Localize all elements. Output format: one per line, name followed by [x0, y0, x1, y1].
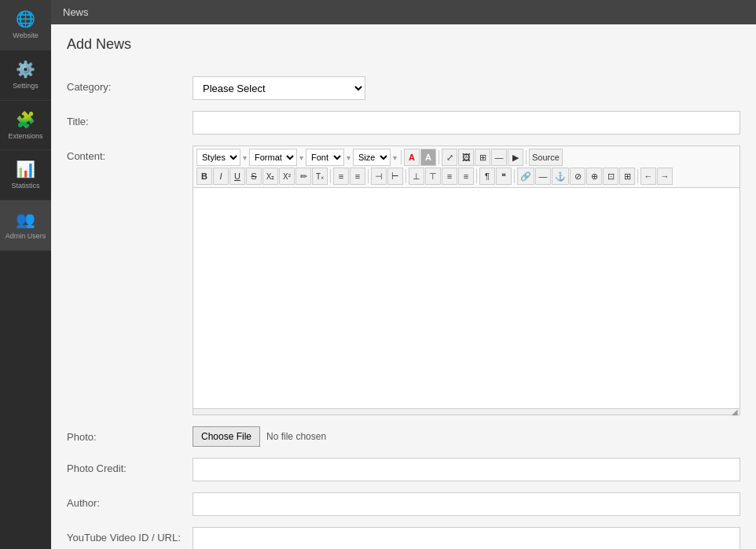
strikethrough-btn[interactable]: S: [246, 168, 262, 185]
insert-video-btn[interactable]: ▶: [508, 149, 523, 166]
anchor-btn[interactable]: ⚓: [552, 168, 569, 185]
format-arrow: ▾: [298, 153, 305, 162]
align-justify-btn[interactable]: ≡: [458, 168, 474, 185]
settings-icon: ⚙️: [16, 60, 35, 79]
insert-special-btn[interactable]: ⊘: [570, 168, 585, 185]
sidebar-item-extensions[interactable]: 🧩 Extensions: [0, 101, 51, 151]
photo-credit-input[interactable]: [193, 458, 740, 481]
youtube-label: YouTube Video ID / URL:: [67, 527, 193, 545]
styles-arrow: ▾: [241, 153, 248, 162]
toolbar-sep-7: [476, 169, 477, 183]
sidebar: 🌐 Website ⚙️ Settings 🧩 Extensions 📊 Sta…: [0, 0, 51, 549]
align-center-btn[interactable]: ⊤: [425, 168, 441, 185]
ordered-list-btn[interactable]: ≡: [333, 168, 349, 185]
sidebar-item-admin-users[interactable]: 👥 Admin Users: [0, 201, 51, 251]
toolbar-sep-2: [439, 150, 439, 164]
sidebar-label-settings: Settings: [13, 82, 39, 90]
sidebar-label-extensions: Extensions: [8, 132, 42, 141]
photo-credit-row: Photo Credit:: [67, 458, 740, 481]
bg-color-btn[interactable]: A: [420, 149, 436, 166]
font-select[interactable]: Font: [306, 149, 344, 166]
youtube-control: [193, 527, 740, 549]
blockquote-btn[interactable]: ¶: [479, 168, 495, 185]
title-control: [193, 111, 740, 134]
main-area: News Add News Category: Please Select Ge…: [51, 0, 756, 549]
toolbar-sep-4: [330, 169, 331, 183]
author-row: Author:: [67, 492, 740, 516]
text-color-btn[interactable]: A: [404, 149, 420, 166]
insert-hline-btn[interactable]: —: [491, 149, 507, 166]
category-select[interactable]: Please Select General Technology Sports …: [193, 76, 365, 100]
choose-file-button[interactable]: Choose File: [193, 426, 260, 447]
top-nav: News: [51, 0, 756, 24]
photo-credit-control: [193, 458, 740, 481]
maximize-btn[interactable]: ⤢: [442, 149, 457, 166]
format-select[interactable]: Format: [249, 149, 297, 166]
category-label: Category:: [67, 76, 193, 93]
source-btn[interactable]: Source: [529, 149, 563, 166]
admin-users-icon: 👥: [16, 210, 35, 229]
photo-control: Choose File No file chosen: [193, 426, 740, 447]
toolbar-sep-6: [406, 169, 406, 183]
youtube-row: YouTube Video ID / URL:: [67, 527, 740, 549]
editor-resize-handle[interactable]: ◢: [193, 408, 739, 415]
author-control: [193, 492, 740, 516]
sidebar-label-statistics: Statistics: [11, 182, 39, 190]
size-arrow: ▾: [391, 153, 398, 162]
category-control: Please Select General Technology Sports …: [193, 76, 740, 100]
size-select[interactable]: Size: [353, 149, 391, 166]
toolbar-sep-9: [637, 169, 638, 183]
bold-btn[interactable]: B: [196, 168, 212, 185]
subscript-btn[interactable]: X₂: [262, 168, 278, 185]
toolbar-sep-5: [368, 169, 369, 183]
editor-toolbar: Styles ▾ Format ▾ Font ▾ Size ▾ A A: [193, 146, 739, 188]
statistics-icon: 📊: [16, 160, 35, 179]
outdent-btn[interactable]: ⊣: [371, 168, 387, 185]
quote-btn[interactable]: ❝: [496, 168, 512, 185]
paste-btn[interactable]: ⊡: [603, 168, 618, 185]
photo-credit-label: Photo Credit:: [67, 458, 193, 474]
copy-format-btn[interactable]: ✏: [295, 168, 311, 185]
align-right-btn[interactable]: ≡: [442, 168, 457, 185]
sidebar-label-admin-users: Admin Users: [6, 232, 46, 241]
content-label: Content:: [67, 146, 193, 162]
sidebar-label-website: Website: [13, 31, 38, 40]
unordered-list-btn[interactable]: ≡: [350, 168, 365, 185]
author-input[interactable]: [193, 492, 740, 516]
superscript-btn[interactable]: X²: [279, 168, 295, 185]
paste-text-btn[interactable]: ⊞: [619, 168, 635, 185]
indent-btn[interactable]: ⊢: [387, 168, 403, 185]
styles-select[interactable]: Styles: [196, 149, 240, 166]
extensions-icon: 🧩: [16, 110, 35, 129]
font-arrow: ▾: [345, 153, 352, 162]
file-input-wrap: Choose File No file chosen: [193, 426, 740, 447]
file-no-chosen: No file chosen: [266, 431, 326, 442]
editor-body[interactable]: [193, 188, 739, 408]
title-label: Title:: [67, 111, 193, 127]
photo-row: Photo: Choose File No file chosen: [67, 426, 740, 447]
insert-image-btn[interactable]: 🖼: [458, 149, 474, 166]
insert-link-btn[interactable]: 🔗: [517, 168, 534, 185]
sidebar-item-website[interactable]: 🌐 Website: [0, 0, 51, 50]
redo-btn[interactable]: →: [657, 168, 673, 185]
remove-link-btn[interactable]: —: [535, 168, 551, 185]
sidebar-item-settings[interactable]: ⚙️ Settings: [0, 50, 51, 101]
youtube-input[interactable]: [193, 527, 740, 549]
align-left-btn[interactable]: ⊥: [409, 168, 424, 185]
sidebar-item-statistics[interactable]: 📊 Statistics: [0, 150, 51, 201]
clear-format-btn[interactable]: Tₓ: [312, 168, 328, 185]
page-title: Add News: [67, 36, 740, 61]
undo-btn[interactable]: ←: [640, 168, 656, 185]
insert-table-btn[interactable]: ⊞: [475, 149, 490, 166]
content-editor-wrap: Styles ▾ Format ▾ Font ▾ Size ▾ A A: [193, 146, 740, 415]
content-row: Content: Styles ▾ Format ▾ Font ▾ Size: [67, 146, 740, 415]
content-area: Add News Category: Please Select General…: [51, 24, 756, 549]
copy-btn[interactable]: ⊕: [586, 168, 602, 185]
underline-btn[interactable]: U: [229, 168, 245, 185]
title-input[interactable]: [193, 111, 740, 134]
toolbar-row-2: B I U S X₂ X² ✏ Tₓ ≡ ≡ ⊣: [196, 168, 736, 185]
italic-btn[interactable]: I: [213, 168, 229, 185]
toolbar-row-1: Styles ▾ Format ▾ Font ▾ Size ▾ A A: [196, 149, 736, 166]
rich-text-editor: Styles ▾ Format ▾ Font ▾ Size ▾ A A: [193, 146, 740, 415]
toolbar-sep-8: [514, 169, 515, 183]
